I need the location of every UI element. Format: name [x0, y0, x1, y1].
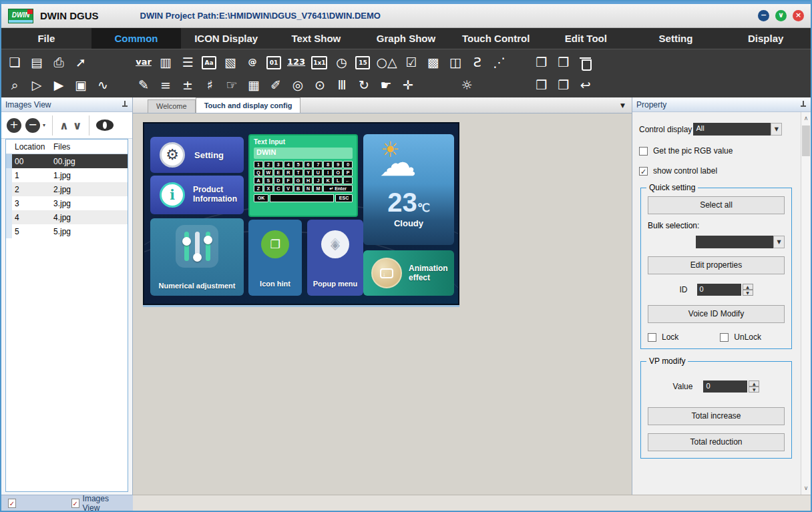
key-4[interactable]: 4: [284, 161, 293, 168]
touch-action-icon[interactable]: ☞: [224, 77, 240, 93]
storage-search-icon[interactable]: ⊙: [312, 77, 328, 93]
show-label-checkbox[interactable]: ✓: [639, 167, 648, 176]
tile-icon-hint[interactable]: ❐ Icon hint: [248, 220, 302, 296]
key-b[interactable]: B: [294, 185, 303, 192]
touch-form-icon[interactable]: ☑: [403, 54, 419, 70]
keyboard-entry-field[interactable]: [270, 194, 334, 202]
key-m[interactable]: M: [313, 185, 323, 192]
total-increase-button[interactable]: Total increase: [648, 407, 785, 425]
table-row-4[interactable]: 44.jpg: [6, 210, 128, 224]
number-display-icon[interactable]: 123: [287, 54, 305, 70]
key-y[interactable]: Y: [304, 169, 313, 176]
key-s[interactable]: S: [264, 177, 273, 184]
image-display-icon[interactable]: ▧: [222, 54, 238, 70]
menu-edit-tool[interactable]: Edit Tool: [541, 28, 631, 49]
pin-icon[interactable]: [122, 101, 128, 109]
text-display-icon[interactable]: Aa: [202, 56, 216, 69]
dock-tab-hidden[interactable]: ✓: [8, 499, 62, 508]
minimize-button[interactable]: −: [758, 10, 769, 21]
brightness-icon[interactable]: ☼: [459, 77, 475, 93]
data-transfer-icon[interactable]: Ƨ: [469, 54, 485, 70]
rotate-gesture-icon[interactable]: ↻: [356, 77, 372, 93]
dock-tab-images-view[interactable]: ✓ Images View: [71, 494, 126, 512]
key-i[interactable]: I: [323, 169, 333, 176]
frames-icon[interactable]: ▥: [158, 54, 174, 70]
key-o[interactable]: O: [333, 169, 343, 176]
bulk-selection-caret[interactable]: ▼: [773, 236, 785, 248]
menu-icon-display[interactable]: ICON Display: [181, 28, 271, 49]
remove-image-button[interactable]: −: [25, 118, 40, 133]
voice-id-modify-button[interactable]: Voice ID Modify: [648, 305, 785, 323]
doc-edit-icon[interactable]: ✎: [136, 77, 152, 93]
print-icon[interactable]: ⎙: [51, 54, 67, 70]
preview-eye-icon[interactable]: [96, 119, 114, 131]
key-2[interactable]: 2: [264, 161, 273, 168]
get-rgb-checkbox[interactable]: [639, 147, 648, 156]
move-down-icon[interactable]: ∨: [73, 119, 82, 132]
tile-popup-menu[interactable]: ◈ Popup menu: [307, 220, 363, 296]
key-p[interactable]: P: [343, 169, 353, 176]
menu-touch-control[interactable]: Touch Control: [451, 28, 541, 49]
key-enter[interactable]: ↵ Enter: [323, 185, 353, 192]
key-f[interactable]: F: [284, 177, 293, 184]
tab-list-caret[interactable]: ▼: [620, 102, 625, 109]
tile-product-information[interactable]: i Product Information: [150, 176, 244, 214]
key-c[interactable]: C: [274, 185, 283, 192]
unlock-checkbox[interactable]: [720, 333, 729, 342]
qr-code-icon[interactable]: ▩: [425, 54, 441, 70]
drag-gesture-icon[interactable]: ☛: [378, 77, 394, 93]
bit-variable-icon[interactable]: 01: [266, 56, 281, 69]
clock-icon[interactable]: ◷: [333, 54, 349, 70]
key-u[interactable]: U: [313, 169, 323, 176]
preview-search-icon[interactable]: ⌕: [7, 77, 23, 93]
key-e[interactable]: E: [274, 169, 283, 176]
table-row-2[interactable]: 22.jpg: [6, 182, 128, 196]
get-rgb-checkbox-row[interactable]: Get the pic RGB value: [639, 146, 800, 156]
play-icon[interactable]: ▷: [29, 77, 45, 93]
remove-options-caret[interactable]: ▾: [43, 122, 45, 128]
scroll-down-icon[interactable]: ∨: [801, 483, 811, 493]
list-icon[interactable]: ≡: [158, 77, 174, 93]
menu-display[interactable]: Display: [721, 28, 811, 49]
paste-icon[interactable]: ❒: [556, 54, 572, 70]
pencil-icon[interactable]: ✐: [268, 77, 284, 93]
duplicate-icon[interactable]: ❐: [556, 77, 572, 93]
tile-numerical-adjustment[interactable]: Numerical adjustment: [150, 218, 244, 296]
menu-setting[interactable]: Setting: [631, 28, 721, 49]
move-up-icon[interactable]: ∧: [59, 119, 69, 132]
key-3[interactable]: 3: [274, 161, 283, 168]
key-7[interactable]: 7: [313, 161, 323, 168]
screen-preview-icon[interactable]: ▣: [73, 77, 89, 93]
audio-bars-icon[interactable]: Ⅲ: [334, 77, 350, 93]
key-x[interactable]: X: [264, 185, 273, 192]
key-l[interactable]: L: [333, 177, 343, 184]
key-5[interactable]: 5: [294, 161, 303, 168]
key-w[interactable]: W: [264, 169, 273, 176]
menu-common[interactable]: Common: [91, 28, 182, 49]
key-a[interactable]: A: [254, 177, 263, 184]
lock-checkbox-row[interactable]: Lock: [648, 332, 678, 342]
vp-value-input[interactable]: 0: [703, 380, 747, 393]
copy-page-icon[interactable]: ❒: [534, 77, 550, 93]
new-page-icon[interactable]: ❏: [7, 54, 23, 70]
save-icon[interactable]: ▤: [29, 54, 45, 70]
slider-adjust-icon[interactable]: ♯: [202, 77, 218, 93]
menu-text-show[interactable]: Text Show: [271, 28, 361, 49]
key-t[interactable]: T: [294, 169, 303, 176]
export-icon[interactable]: ➚: [73, 54, 89, 70]
key-h[interactable]: H: [304, 177, 313, 184]
key-esc[interactable]: ESC: [335, 194, 353, 202]
plus-minus-icon[interactable]: ±: [180, 77, 196, 93]
pin-icon[interactable]: [800, 101, 807, 109]
key-k[interactable]: K: [323, 177, 333, 184]
show-label-checkbox-row[interactable]: ✓ show control label: [639, 166, 800, 176]
data-window-icon[interactable]: 1x1: [311, 56, 327, 69]
key-9[interactable]: 9: [333, 161, 343, 168]
tile-animation-effect[interactable]: Animation effect: [363, 250, 454, 296]
mouse-move-icon[interactable]: ✛: [400, 77, 416, 93]
text-input-value[interactable]: DWIN: [254, 148, 353, 159]
table-row-5[interactable]: 55.jpg: [6, 224, 128, 238]
text-circle-icon[interactable]: ◎: [290, 77, 306, 93]
id-spinner[interactable]: ▲▼: [743, 284, 753, 296]
unlock-checkbox-row[interactable]: UnLock: [720, 332, 761, 342]
